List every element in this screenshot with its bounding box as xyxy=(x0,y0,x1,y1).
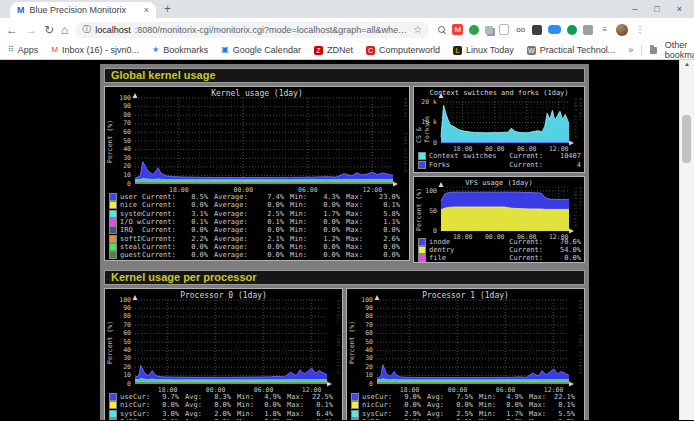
other-bookmarks-label[interactable]: Other bookmarks xyxy=(665,40,694,60)
legend-stat: Min:4.3% xyxy=(290,193,346,201)
bookmark-star-icon[interactable]: ☆ xyxy=(413,24,422,35)
legend-stat-label: Max: xyxy=(529,393,546,401)
bookmark-item[interactable]: ⠿Apps xyxy=(8,45,38,55)
green-circle-extension-icon[interactable] xyxy=(567,25,577,35)
chart-processor-0[interactable]: Processor 0 (1day)Percent (%)01020304050… xyxy=(104,288,343,420)
legend-stat-label: Current: xyxy=(509,246,543,254)
bookmarks-separator xyxy=(641,45,642,56)
bookmark-item[interactable]: ▣Google Calendar xyxy=(221,45,301,55)
legend-stat: Min:1.2% xyxy=(290,235,346,243)
chart-title: Processor 0 (1day) xyxy=(105,291,342,300)
bookmarks-overflow-chevron[interactable]: » xyxy=(628,45,633,55)
legend-stat-label: Average: xyxy=(214,210,248,218)
legend-stat-label: Average: xyxy=(214,201,248,209)
chart-processor-1[interactable]: Processor 1 (1day)Percent (%)01020304050… xyxy=(346,288,585,420)
legend-stat-value: 0.0% xyxy=(191,251,208,259)
scrollbar-thumb[interactable] xyxy=(682,115,691,163)
bookmark-item[interactable]: MInbox (16) - sjvn0... xyxy=(51,45,139,55)
y-tick-label: 80 xyxy=(105,112,131,119)
legend-stat-value: 8.3% xyxy=(214,393,231,401)
legend-row: IRQCurrent:0.0%Average:0.0%Min:0.0%Max:0… xyxy=(109,226,406,234)
home-icon[interactable]: ⌂ xyxy=(61,24,68,36)
chart-kernel-usage[interactable]: Kernel usage (1day)Percent (%)0102030405… xyxy=(104,86,410,261)
window-close-icon[interactable]: × xyxy=(677,4,682,14)
bookmark-item[interactable]: CComputerworld xyxy=(366,45,440,55)
copy-extension-icon[interactable] xyxy=(485,26,493,34)
y-tick-label: 90 xyxy=(105,103,131,110)
scrollbar-up-arrow[interactable]: ▲ xyxy=(680,61,694,67)
legend-stat-value: 2.6% xyxy=(383,235,400,243)
window-minimize-icon[interactable]: – xyxy=(632,4,637,14)
new-tab-button[interactable]: + xyxy=(164,2,171,18)
glasses-extension-icon[interactable]: oo xyxy=(515,24,526,35)
legend-row: ForksCurrent:4 xyxy=(418,160,581,169)
legend-stat-label: Min: xyxy=(237,393,254,401)
computerworld-icon: C xyxy=(366,46,375,55)
legend-stat-value: 6.4% xyxy=(316,410,333,418)
tab-blue-precision-monitorix[interactable]: M Blue Precision Monitorix × xyxy=(10,2,156,18)
legend-series-name: nice xyxy=(362,401,375,409)
legend-series-name: file xyxy=(429,254,509,262)
bookmark-label: Practical Technol... xyxy=(540,45,615,55)
legend-stat-label: Min: xyxy=(290,243,307,251)
page-scrollbar[interactable]: ▲ xyxy=(679,60,694,420)
legend-series-name: Forks xyxy=(429,161,509,169)
legend-series-name: I/O wait xyxy=(362,418,375,420)
y-tick-label: 50 xyxy=(105,138,131,145)
bookmark-item[interactable]: LLinux Today xyxy=(453,45,514,55)
back-icon[interactable]: ← xyxy=(6,24,18,36)
legend-stat-label: Avg: xyxy=(427,401,444,409)
legend-row: niceCur:0.0%Avg:0.0%Min:0.0%Max:0.1% xyxy=(351,401,581,409)
window-maximize-icon[interactable]: □ xyxy=(654,4,659,14)
legend-stat: Average:0.0% xyxy=(214,243,290,251)
bookmark-item[interactable]: WPractical Technol... xyxy=(527,45,615,55)
y-tick-label: 40 xyxy=(105,347,131,354)
wordpress-icon: W xyxy=(527,46,536,55)
search-icon[interactable] xyxy=(438,26,446,34)
legend-stat-label: Current: xyxy=(142,251,176,259)
legend-row: stealCurrent:0.0%Average:0.0%Min:0.0%Max… xyxy=(109,243,406,251)
legend-stat-label: Max: xyxy=(529,401,546,409)
chart-context-switches-forks[interactable]: Context switches and forks (1day)CS & fo… xyxy=(413,86,585,173)
blue-oval-extension-icon[interactable] xyxy=(548,25,561,34)
address-bar[interactable]: ⓘ localhost:8080/monitorix-cgi/monitorix… xyxy=(75,22,429,38)
y-tick-label: 60 xyxy=(105,330,131,337)
legend-stat: Average:0.0% xyxy=(214,201,290,209)
legend-stat-value: 0.0% xyxy=(383,226,400,234)
earth-extension-icon[interactable] xyxy=(469,25,479,35)
y-tick-label: 0 xyxy=(105,181,131,188)
page-extension-icon[interactable] xyxy=(499,24,509,35)
legend-stat-value: 0.0% xyxy=(506,401,523,409)
bookmark-item[interactable]: ZZDNet xyxy=(314,45,353,55)
legend-stat-value: 5.8% xyxy=(383,210,400,218)
linux-today-icon: L xyxy=(453,46,462,55)
profile-avatar[interactable] xyxy=(616,24,628,36)
legend-stat-value: 1.0% xyxy=(558,418,575,420)
y-tick-label: 40 xyxy=(105,146,131,153)
legend-stat-label: Min: xyxy=(290,235,307,243)
tab-list-icon[interactable]: ≡ xyxy=(599,24,610,35)
legend-stat: Min:1.7% xyxy=(479,410,529,418)
legend-row: fileCurrent:0.0% xyxy=(418,254,581,262)
legend-stat-label: Average: xyxy=(214,235,248,243)
legend-stat-value: 1.8% xyxy=(264,410,281,418)
page-info-icon[interactable]: ⓘ xyxy=(82,23,91,36)
y-tick-label: 70 xyxy=(105,322,131,329)
window-controls: – □ × xyxy=(632,4,694,14)
forward-icon[interactable]: → xyxy=(25,24,37,36)
legend-stat-value: 2.1% xyxy=(267,235,284,243)
dark-square-extension-icon[interactable] xyxy=(532,25,542,35)
legend-series-name: steal xyxy=(120,243,142,251)
legend-stat-value: 7.4% xyxy=(267,193,284,201)
tab-close-icon[interactable]: × xyxy=(144,5,149,15)
bookmark-item[interactable]: ★Bookmarks xyxy=(152,45,208,55)
reload-icon[interactable]: ↻ xyxy=(44,24,54,36)
browser-menu-icon[interactable]: ⋮ xyxy=(634,24,645,35)
y-tick-label: 100 xyxy=(105,95,131,102)
chart-vfs-usage[interactable]: VFS usage (1day)Percent (%)05010018:0000… xyxy=(413,176,585,263)
extensions-puzzle-icon[interactable] xyxy=(583,25,593,35)
legend-stat-value: 0.1% xyxy=(162,418,179,420)
legend-stat: Average:0.1% xyxy=(214,218,290,226)
gmail-extension-icon[interactable]: M xyxy=(452,24,463,35)
legend-row: systemCur:2.9%Avg:2.5%Min:1.7%Max:5.5% xyxy=(351,410,581,418)
